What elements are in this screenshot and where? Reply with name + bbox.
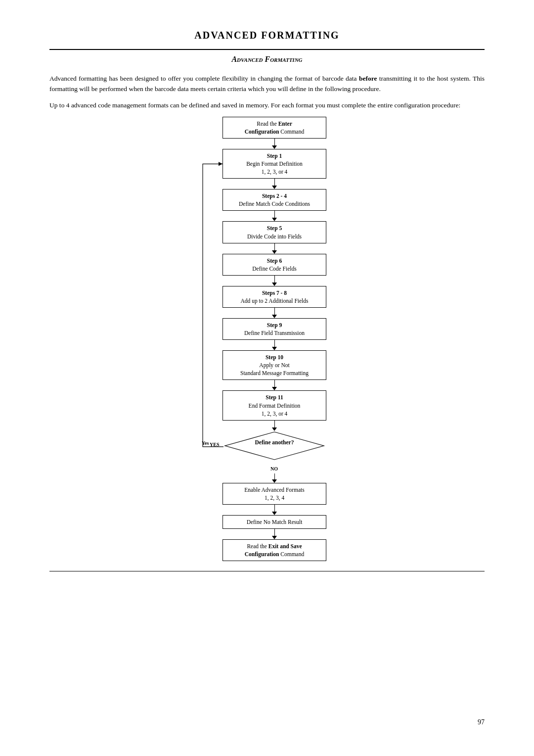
connector-9: [272, 505, 277, 515]
connector-4: [272, 276, 277, 286]
connector-8: [272, 421, 277, 431]
page-number: 97: [478, 718, 485, 726]
flow-box-exit-save: Read the Exit and SaveConfiguration Comm…: [222, 539, 326, 561]
page-title: ADVANCED FORMATTING: [49, 30, 485, 41]
flow-box-enter-config: Read the EnterConfiguration Command: [222, 117, 326, 139]
section-heading: Advanced Formatting: [49, 55, 485, 64]
flow-box-step1: Step 1Begin Format Definition1, 2, 3, or…: [222, 149, 326, 179]
flow-box-enable-formats: Enable Advanced Formats1, 2, 3, 4: [222, 483, 326, 505]
flow-box-step11: Step 11End Format Definition1, 2, 3, or …: [222, 390, 326, 420]
flow-box-step9: Step 9Define Field Transmission: [222, 318, 326, 340]
connector-10: [272, 529, 277, 539]
title-rule: [49, 49, 485, 50]
connector-no: [272, 473, 277, 483]
connector-5: [272, 308, 277, 318]
connector-enter-to-step1: [272, 139, 277, 149]
page: ADVANCED FORMATTING Advanced Formatting …: [0, 0, 534, 756]
connector-7: [272, 380, 277, 390]
svg-marker-0: [225, 432, 324, 460]
connector-1: [272, 179, 277, 189]
paragraph-2: Up to 4 advanced code management formats…: [49, 100, 485, 111]
no-label: No: [270, 466, 278, 472]
flow-box-step10: Step 10Apply or NotStandard Message Form…: [222, 350, 326, 380]
decision-diamond-svg: Define another?: [222, 431, 326, 461]
paragraph-1: Advanced formatting has been designed to…: [49, 74, 485, 94]
flow-box-steps2-4: Steps 2 - 4Define Match Code Conditions: [222, 189, 326, 211]
svg-text:Define another?: Define another?: [255, 439, 294, 445]
bottom-rule: [49, 571, 485, 571]
flow-box-step5: Step 5Divide Code into Fields: [222, 221, 326, 243]
flow-box-steps7-8: Steps 7 - 8Add up to 2 Additional Fields: [222, 286, 326, 308]
connector-6: [272, 340, 277, 350]
flowchart: Read the EnterConfiguration Command Step…: [188, 117, 346, 561]
decision-wrapper: Define another? Yes No: [222, 431, 326, 463]
flow-box-step6: Step 6Define Code Fields: [222, 254, 326, 276]
connector-3: [272, 243, 277, 254]
flow-box-no-match: Define No Match Result: [222, 515, 326, 529]
yes-label: Yes: [210, 442, 219, 447]
connector-2: [272, 211, 277, 221]
